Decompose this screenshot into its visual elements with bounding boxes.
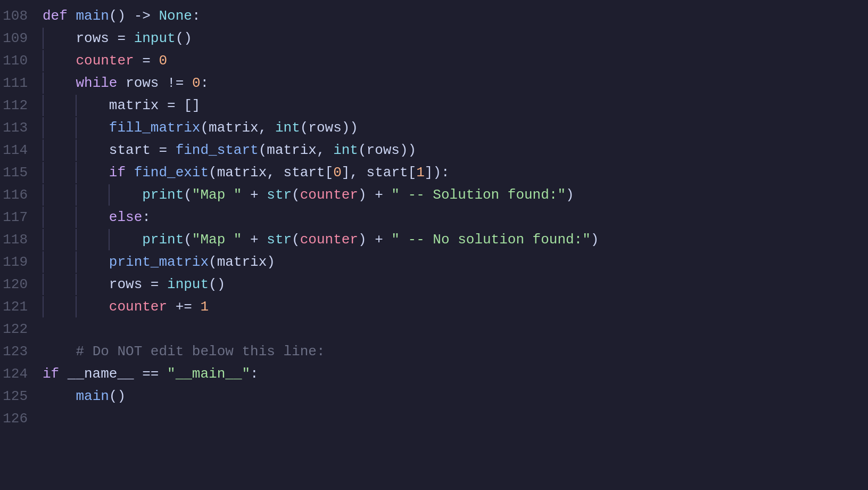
code-line: 120 rows = input() xyxy=(0,274,868,296)
indent-guide-2 xyxy=(76,184,77,206)
token: counter xyxy=(300,187,358,203)
token: start xyxy=(109,142,151,158)
token: rows xyxy=(76,30,109,46)
line-content: start = find_start(matrix, int(rows)) xyxy=(43,140,868,161)
token: = xyxy=(151,142,176,158)
code-line: 115 if find_exit(matrix, start[0], start… xyxy=(0,162,868,184)
token xyxy=(43,53,76,69)
token: += xyxy=(167,299,200,315)
line-content: counter += 1 xyxy=(43,296,868,317)
token: [ xyxy=(325,165,334,181)
token: int xyxy=(333,142,358,158)
line-content: while rows != 0: xyxy=(43,72,868,94)
token: int xyxy=(275,120,300,136)
code-line: 117 else: xyxy=(0,207,868,229)
indent-guide-1 xyxy=(43,251,44,273)
line-number: 115 xyxy=(0,162,43,183)
code-text: print("Map " + str(counter) + " -- No so… xyxy=(43,229,599,250)
line-content: if find_exit(matrix, start[0], start[1])… xyxy=(43,162,868,183)
line-number: 113 xyxy=(0,117,43,138)
token: ( xyxy=(184,232,192,248)
token: ( xyxy=(184,187,192,203)
code-text: while rows != 0: xyxy=(43,72,209,94)
line-number: 108 xyxy=(0,5,43,27)
token: () -> xyxy=(109,8,159,24)
code-text: if __name__ == "__main__": xyxy=(43,363,259,385)
token: ( xyxy=(292,232,300,248)
indent-guide-1 xyxy=(43,162,44,183)
token: ) xyxy=(591,232,599,248)
code-text: if find_exit(matrix, start[0], start[1])… xyxy=(43,162,450,183)
token: print xyxy=(142,232,184,248)
token: if xyxy=(43,366,68,382)
token: == xyxy=(134,366,167,382)
indent-guide-2 xyxy=(76,274,77,295)
token: ], xyxy=(342,165,367,181)
token xyxy=(43,232,142,248)
code-line: 116 print("Map " + str(counter) + " -- S… xyxy=(0,184,868,207)
token: = xyxy=(134,53,159,69)
token: if xyxy=(109,165,134,181)
token: "Map " xyxy=(192,187,242,203)
line-content: # Do NOT edit below this line: xyxy=(43,341,868,362)
indent-guide-2 xyxy=(76,207,77,228)
token: rows xyxy=(308,120,341,136)
token: str xyxy=(267,232,292,248)
line-number: 126 xyxy=(0,408,43,429)
token: 0 xyxy=(192,75,201,91)
token: = xyxy=(142,276,167,292)
code-line: 123 # Do NOT edit below this line: xyxy=(0,341,868,363)
indent-guide-1 xyxy=(43,50,44,71)
indent-guide-3 xyxy=(109,229,110,250)
line-number: 111 xyxy=(0,72,43,94)
token: matrix xyxy=(217,165,267,181)
token: 0 xyxy=(159,53,167,69)
token: matrix xyxy=(267,142,317,158)
token: ) xyxy=(267,254,275,270)
line-content: rows = input() xyxy=(43,274,868,295)
line-content xyxy=(43,318,868,340)
code-text: fill_matrix(matrix, int(rows)) xyxy=(43,117,358,138)
line-number: 123 xyxy=(0,341,43,362)
indent-guide-1 xyxy=(43,117,44,138)
token: rows xyxy=(367,142,400,158)
line-content: fill_matrix(matrix, int(rows)) xyxy=(43,117,868,138)
line-number: 124 xyxy=(0,363,43,385)
line-content: else: xyxy=(43,207,868,228)
token: )) xyxy=(342,120,358,136)
line-number: 116 xyxy=(0,184,43,206)
code-line: 124if __name__ == "__main__": xyxy=(0,363,868,386)
line-number: 109 xyxy=(0,28,43,49)
token: fill_matrix xyxy=(109,120,201,136)
line-number: 117 xyxy=(0,207,43,228)
token: 0 xyxy=(333,165,342,181)
token: )) xyxy=(400,142,416,158)
token: rows xyxy=(109,276,142,292)
code-line: 113 fill_matrix(matrix, int(rows)) xyxy=(0,117,868,140)
indent-guide-1 xyxy=(43,207,44,228)
token: ( xyxy=(292,187,300,203)
token: "Map " xyxy=(192,232,242,248)
token: find_start xyxy=(176,142,259,158)
token: () xyxy=(176,30,192,46)
code-text: matrix = [] xyxy=(43,95,200,116)
indent-guide-1 xyxy=(43,28,44,49)
indent-guide-2 xyxy=(76,296,77,317)
token: [ xyxy=(408,165,417,181)
token: main xyxy=(76,8,109,24)
code-line: 126 xyxy=(0,408,868,430)
line-content: def main() -> None: xyxy=(43,5,868,27)
indent-guide-1 xyxy=(43,229,44,250)
token: start xyxy=(284,165,325,181)
token xyxy=(43,30,76,46)
token: rows xyxy=(126,75,159,91)
code-text xyxy=(43,318,51,340)
indent-guide-2 xyxy=(76,162,77,183)
indent-guide-1 xyxy=(43,274,44,295)
token: def xyxy=(43,8,76,24)
line-content: rows = input() xyxy=(43,28,868,49)
line-number: 122 xyxy=(0,318,43,340)
line-content xyxy=(43,408,868,429)
token: counter xyxy=(76,53,134,69)
token: () xyxy=(109,388,126,404)
